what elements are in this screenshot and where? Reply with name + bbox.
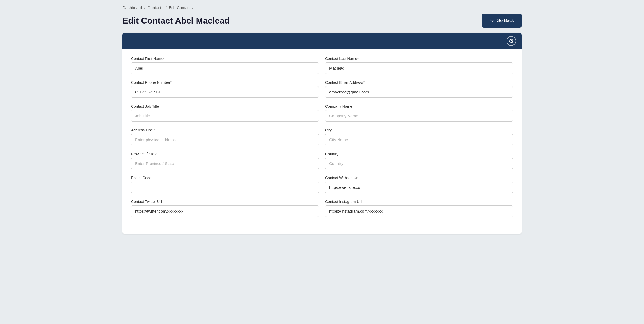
- phone-input[interactable]: [131, 86, 319, 98]
- form-group-first-name: Contact First Name*: [131, 56, 319, 74]
- form-group-email: Contact Email Address*: [325, 80, 513, 98]
- form-group-instagram: Contact Instagram Url: [325, 199, 513, 217]
- company-name-input[interactable]: [325, 110, 513, 122]
- twitter-label: Contact Twitter Url: [131, 199, 319, 204]
- form-row-name: Contact First Name* Contact Last Name*: [131, 56, 513, 74]
- province-input[interactable]: [131, 158, 319, 169]
- breadcrumb-contacts[interactable]: Contacts: [148, 5, 163, 10]
- form-row-address: Address Line 1 City: [131, 128, 513, 145]
- form-row-postal-website: Postal Code Contact Website Url: [131, 176, 513, 193]
- last-name-label: Contact Last Name*: [325, 56, 513, 61]
- form-group-postal: Postal Code: [131, 176, 319, 193]
- form-row-social: Contact Twitter Url Contact Instagram Ur…: [131, 199, 513, 217]
- twitter-input[interactable]: [131, 205, 319, 217]
- instagram-input[interactable]: [325, 205, 513, 217]
- go-back-button[interactable]: ↪ Go Back: [482, 14, 522, 28]
- last-name-input[interactable]: [325, 62, 513, 74]
- form-row-job: Contact Job Title Company Name: [131, 104, 513, 122]
- first-name-label: Contact First Name*: [131, 56, 319, 61]
- postal-label: Postal Code: [131, 176, 319, 180]
- province-label: Province / State: [131, 152, 319, 156]
- page-header: Edit Contact Abel Maclead ↪ Go Back: [122, 14, 522, 28]
- form-group-country: Country: [325, 152, 513, 169]
- website-label: Contact Website Url: [325, 176, 513, 180]
- form-group-website: Contact Website Url: [325, 176, 513, 193]
- first-name-input[interactable]: [131, 62, 319, 74]
- email-label: Contact Email Address*: [325, 80, 513, 85]
- form-group-phone: Contact Phone Number*: [131, 80, 319, 98]
- city-label: City: [325, 128, 513, 132]
- edit-contact-card: ⚙ Contact First Name* Contact Last Name*…: [122, 33, 522, 234]
- country-input[interactable]: [325, 158, 513, 169]
- email-input[interactable]: [325, 86, 513, 98]
- job-title-label: Contact Job Title: [131, 104, 319, 108]
- form-row-region: Province / State Country: [131, 152, 513, 169]
- country-label: Country: [325, 152, 513, 156]
- address1-label: Address Line 1: [131, 128, 319, 132]
- form-group-address1: Address Line 1: [131, 128, 319, 145]
- company-name-label: Company Name: [325, 104, 513, 108]
- form-group-twitter: Contact Twitter Url: [131, 199, 319, 217]
- phone-label: Contact Phone Number*: [131, 80, 319, 85]
- breadcrumb: Dashboard / Contacts / Edit Contacts: [122, 5, 522, 10]
- city-input[interactable]: [325, 134, 513, 145]
- instagram-label: Contact Instagram Url: [325, 199, 513, 204]
- page-title: Edit Contact Abel Maclead: [122, 16, 230, 26]
- job-title-input[interactable]: [131, 110, 319, 122]
- address1-input[interactable]: [131, 134, 319, 145]
- form-body: Contact First Name* Contact Last Name* C…: [122, 49, 522, 234]
- settings-icon-button[interactable]: ⚙: [507, 36, 516, 46]
- form-row-contact: Contact Phone Number* Contact Email Addr…: [131, 80, 513, 98]
- form-group-city: City: [325, 128, 513, 145]
- form-group-company-name: Company Name: [325, 104, 513, 122]
- breadcrumb-dashboard[interactable]: Dashboard: [122, 5, 142, 10]
- form-group-job-title: Contact Job Title: [131, 104, 319, 122]
- breadcrumb-edit-contacts[interactable]: Edit Contacts: [169, 5, 193, 10]
- postal-input[interactable]: [131, 182, 319, 193]
- website-input[interactable]: [325, 182, 513, 193]
- form-group-province: Province / State: [131, 152, 319, 169]
- settings-icon: ⚙: [509, 37, 514, 44]
- breadcrumb-sep-1: /: [144, 5, 145, 10]
- go-back-icon: ↪: [489, 17, 494, 24]
- card-header: ⚙: [122, 33, 522, 49]
- breadcrumb-sep-2: /: [166, 5, 167, 10]
- form-group-last-name: Contact Last Name*: [325, 56, 513, 74]
- go-back-label: Go Back: [497, 18, 514, 23]
